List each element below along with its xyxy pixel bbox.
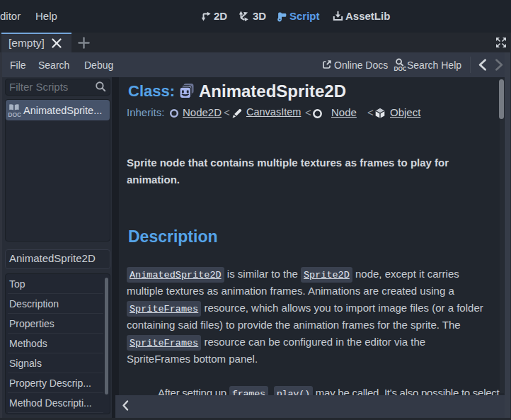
svg-text:DOC: DOC xyxy=(8,111,21,118)
svg-text:DOC: DOC xyxy=(394,65,407,72)
